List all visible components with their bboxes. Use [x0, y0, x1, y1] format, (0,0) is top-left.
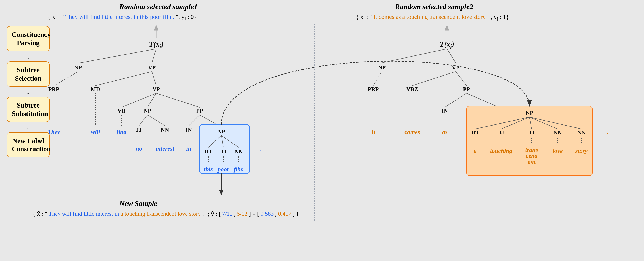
svg-line-33: [189, 115, 200, 126]
svg-text:It: It: [371, 129, 376, 135]
svg-line-56: [382, 49, 447, 63]
svg-text:PP: PP: [463, 86, 470, 92]
svg-text:will: will: [91, 129, 100, 135]
svg-text:a: a: [474, 147, 477, 154]
pipeline-step-new-label: New LabelConstruction: [6, 132, 50, 158]
sample1-formula: { xi : " They will find little interest …: [48, 13, 196, 22]
svg-line-7: [54, 71, 78, 86]
svg-text:cend: cend: [526, 152, 538, 159]
svg-text:NP: NP: [74, 64, 82, 71]
svg-text:IN: IN: [442, 108, 448, 114]
svg-rect-38: [200, 125, 250, 173]
svg-line-74: [466, 93, 499, 107]
svg-line-11: [96, 71, 152, 86]
svg-line-31: [156, 93, 200, 107]
svg-text:VP: VP: [148, 64, 156, 71]
svg-line-57: [447, 49, 456, 63]
svg-text:T(xi): T(xi): [149, 40, 164, 49]
svg-text:poor: poor: [218, 166, 230, 173]
svg-text:.: .: [260, 145, 261, 152]
svg-text:as: as: [442, 129, 448, 135]
svg-text:.: .: [607, 129, 608, 135]
svg-text:touching: touching: [490, 147, 512, 154]
sample2-header: Random selected sample2: [395, 2, 473, 11]
svg-line-44: [221, 135, 224, 147]
svg-text:IN: IN: [186, 127, 192, 133]
svg-text:DT: DT: [471, 129, 479, 136]
svg-text:PRP: PRP: [48, 86, 60, 92]
svg-text:in: in: [186, 145, 191, 152]
svg-text:love: love: [553, 147, 563, 154]
svg-text:T(xj): T(xj): [440, 40, 454, 49]
svg-text:NP: NP: [144, 108, 152, 114]
svg-line-77: [475, 117, 530, 129]
svg-line-17: [122, 93, 156, 107]
new-sample-header: New Sample: [119, 200, 157, 208]
svg-line-21: [148, 93, 156, 107]
svg-line-60: [373, 71, 382, 86]
pipeline: ConstituencyParsing ↓ SubtreeSelection ↓…: [6, 26, 50, 157]
svg-text:find: find: [116, 129, 127, 135]
sample1-header: Random selected sample1: [119, 2, 198, 11]
svg-text:trans: trans: [525, 146, 538, 153]
new-sample-formula: { x̄ : " They will find little interest …: [32, 210, 299, 217]
svg-text:JJ: JJ: [498, 129, 504, 136]
svg-line-3: [80, 49, 156, 63]
svg-line-4: [152, 49, 156, 63]
svg-line-85: [530, 117, 532, 129]
svg-line-23: [139, 115, 148, 126]
svg-line-15: [152, 71, 156, 86]
arrow-2: ↓: [26, 88, 30, 96]
svg-line-64: [412, 71, 456, 86]
svg-text:story: story: [575, 147, 588, 154]
arrow-1: ↓: [26, 52, 30, 60]
svg-text:VP: VP: [152, 86, 160, 92]
svg-text:VP: VP: [452, 64, 460, 71]
svg-text:NP: NP: [218, 128, 225, 135]
svg-line-91: [530, 117, 558, 129]
svg-line-81: [501, 117, 530, 129]
svg-line-48: [221, 135, 239, 147]
pipeline-step-subtree-selection: SubtreeSelection: [6, 61, 50, 87]
svg-marker-0: [154, 25, 158, 30]
svg-text:VBZ: VBZ: [406, 86, 418, 92]
arrow-3: ↓: [26, 123, 30, 131]
svg-text:JJ: JJ: [136, 127, 142, 133]
pipeline-step-subtree-substitution: SubtreeSubstitution: [6, 97, 50, 122]
svg-text:NN: NN: [234, 149, 243, 155]
pipeline-step-constituency: ConstituencyParsing: [6, 26, 50, 51]
svg-text:PP: PP: [196, 108, 203, 114]
svg-text:PRP: PRP: [368, 86, 379, 92]
svg-line-70: [445, 93, 466, 107]
svg-text:comes: comes: [404, 129, 420, 135]
sample2-formula: { xj : " It comes as a touching transcen…: [356, 13, 509, 22]
svg-text:no: no: [136, 145, 142, 152]
svg-rect-75: [466, 106, 592, 176]
svg-marker-53: [445, 25, 449, 30]
svg-text:this: this: [204, 166, 213, 173]
svg-text:NP: NP: [526, 110, 533, 116]
svg-text:JJ: JJ: [529, 129, 534, 136]
svg-line-95: [530, 117, 582, 129]
svg-line-37: [200, 115, 219, 126]
svg-text:DT: DT: [204, 149, 212, 155]
main-container: ConstituencyParsing ↓ SubtreeSelection ↓…: [0, 0, 644, 261]
svg-text:film: film: [234, 166, 244, 173]
svg-marker-101: [219, 190, 224, 195]
svg-text:NP: NP: [378, 64, 386, 71]
svg-text:VB: VB: [118, 108, 126, 114]
svg-text:JJ: JJ: [221, 149, 226, 155]
svg-text:NN: NN: [161, 127, 169, 133]
svg-text:ent: ent: [528, 158, 536, 165]
svg-text:NN: NN: [578, 129, 586, 136]
svg-line-68: [456, 71, 466, 86]
svg-line-27: [148, 115, 165, 126]
svg-text:MD: MD: [91, 86, 100, 92]
svg-text:interest: interest: [156, 145, 174, 152]
svg-line-40: [208, 135, 221, 147]
svg-text:NN: NN: [554, 129, 562, 136]
